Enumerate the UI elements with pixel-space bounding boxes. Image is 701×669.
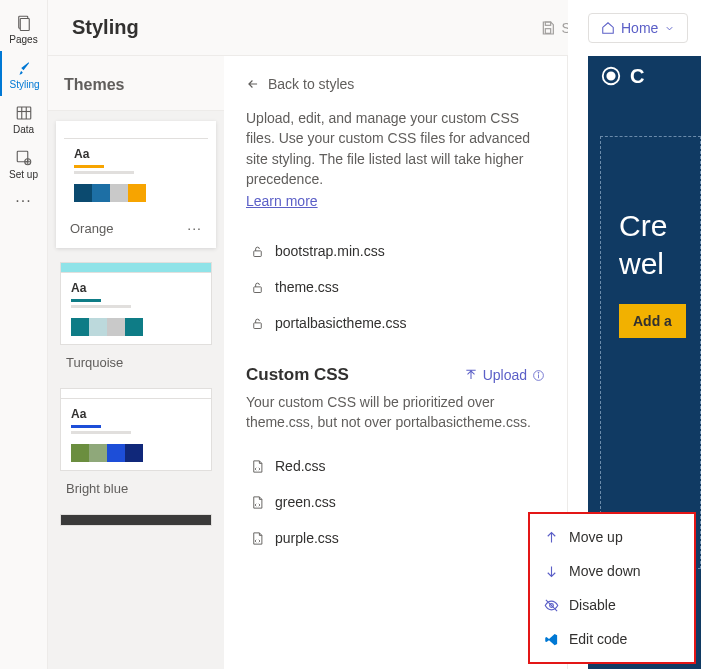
theme-card[interactable]: Aa Orange ··· (56, 121, 216, 248)
ctx-disable[interactable]: Disable (530, 588, 694, 622)
theme-name: Turquoise (66, 355, 206, 370)
pages-icon (15, 14, 33, 32)
left-nav: Pages Styling Data Set up ··· (0, 0, 48, 669)
info-icon (532, 369, 545, 382)
arrow-up-icon (544, 530, 559, 545)
nav-pages[interactable]: Pages (0, 6, 48, 51)
custom-css-desc: Your custom CSS will be prioritized over… (246, 393, 545, 432)
back-to-styles[interactable]: Back to styles (246, 76, 545, 92)
css-file-row[interactable]: green.css (246, 484, 545, 520)
theme-card[interactable] (60, 514, 212, 526)
svg-point-17 (607, 72, 614, 79)
css-file-icon (250, 459, 265, 474)
ctx-edit-code[interactable]: Edit code (530, 622, 694, 656)
themes-column: Themes Aa Orange ··· Aa (48, 56, 224, 669)
brand-icon (600, 65, 622, 87)
custom-css-header: Custom CSS Upload (246, 365, 545, 385)
setup-icon (15, 149, 33, 167)
theme-preview: Aa (64, 129, 208, 210)
css-file-icon (250, 531, 265, 546)
hero-cta-button[interactable]: Add a (619, 304, 686, 338)
css-file-row[interactable]: theme.css (246, 269, 545, 305)
disable-icon (544, 598, 559, 613)
ctx-disable-label: Disable (569, 597, 616, 613)
nav-more[interactable]: ··· (15, 192, 31, 210)
lock-file-icon (250, 316, 265, 331)
ctx-edit-label: Edit code (569, 631, 627, 647)
css-file-icon (250, 495, 265, 510)
swatch (74, 184, 92, 202)
swatch (107, 318, 125, 336)
table-icon (15, 104, 33, 122)
ctx-move-down[interactable]: Move down (530, 554, 694, 588)
main-column: Back to styles Upload, edit, and manage … (224, 56, 568, 669)
svg-rect-9 (545, 28, 550, 33)
svg-rect-11 (254, 287, 262, 293)
svg-rect-6 (17, 151, 28, 162)
ctx-move-up[interactable]: Move up (530, 520, 694, 554)
nav-setup[interactable]: Set up (0, 141, 48, 186)
svg-rect-2 (17, 107, 31, 119)
brand-text: C (630, 65, 644, 88)
file-name: bootstrap.min.css (275, 243, 385, 259)
custom-css-heading: Custom CSS (246, 365, 464, 385)
upload-button[interactable]: Upload (464, 367, 545, 383)
theme-card[interactable]: Aa Bright blue (60, 388, 212, 500)
theme-aa: Aa (71, 281, 201, 295)
lock-file-icon (250, 244, 265, 259)
nav-styling[interactable]: Styling (0, 51, 48, 96)
nav-pages-label: Pages (9, 34, 37, 45)
nav-setup-label: Set up (9, 169, 38, 180)
home-label: Home (621, 20, 658, 36)
swatch (92, 184, 110, 202)
hero-headline-2: wel (619, 245, 700, 283)
file-name: theme.css (275, 279, 339, 295)
css-file-row[interactable]: portalbasictheme.css (246, 305, 545, 341)
nav-data-label: Data (13, 124, 34, 135)
file-name: portalbasictheme.css (275, 315, 407, 331)
swatch (125, 444, 143, 462)
theme-card[interactable]: Aa Turquoise (60, 262, 212, 374)
arrow-down-icon (544, 564, 559, 579)
theme-name: Orange (70, 221, 187, 236)
theme-aa: Aa (74, 147, 198, 161)
nav-data[interactable]: Data (0, 96, 48, 141)
ctx-move-up-label: Move up (569, 529, 623, 545)
brush-icon (16, 59, 34, 77)
learn-more-link[interactable]: Learn more (246, 193, 318, 209)
css-file-row[interactable]: Red.css (246, 448, 545, 484)
swatch (71, 444, 89, 462)
css-file-row[interactable]: bootstrap.min.css (246, 233, 545, 269)
swatch (128, 184, 146, 202)
arrow-left-icon (246, 77, 260, 91)
ctx-move-down-label: Move down (569, 563, 641, 579)
theme-aa: Aa (71, 407, 201, 421)
upload-icon (464, 368, 478, 382)
hero-region[interactable]: Cre wel Add a (600, 136, 701, 569)
themes-heading: Themes (48, 56, 224, 111)
css-file-row[interactable]: purple.css (246, 520, 545, 556)
back-label: Back to styles (268, 76, 354, 92)
theme-more-icon[interactable]: ··· (187, 220, 202, 236)
hero-headline-1: Cre (619, 207, 700, 245)
file-name: Red.css (275, 458, 326, 474)
home-icon (601, 21, 615, 35)
vscode-icon (544, 632, 559, 647)
swatch (89, 444, 107, 462)
theme-preview: Aa (60, 388, 212, 471)
home-breadcrumb[interactable]: Home (588, 13, 688, 43)
upload-label: Upload (483, 367, 527, 383)
swatch (107, 444, 125, 462)
swatch (125, 318, 143, 336)
context-menu: Move up Move down Disable Edit code (528, 512, 696, 664)
lock-file-icon (250, 280, 265, 295)
save-icon (540, 20, 556, 36)
svg-rect-10 (254, 251, 262, 257)
file-name: purple.css (275, 530, 339, 546)
swatch (110, 184, 128, 202)
svg-rect-1 (20, 19, 29, 31)
description-text: Upload, edit, and manage your custom CSS… (246, 108, 545, 189)
svg-rect-12 (254, 323, 262, 329)
page-title: Styling (72, 16, 528, 39)
theme-name: Bright blue (66, 481, 206, 496)
